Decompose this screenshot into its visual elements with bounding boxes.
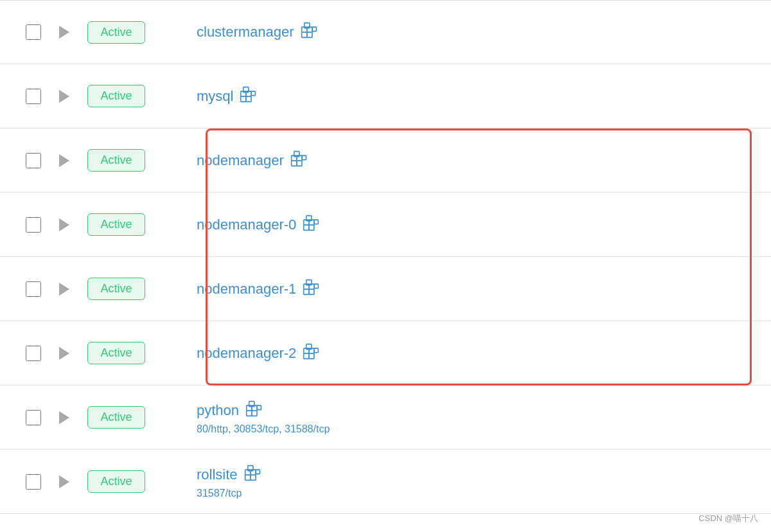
list-item: Active nodemanager-1 [0,257,771,321]
list-item: Active nodemanager [0,129,771,193]
svg-rect-39 [247,411,252,416]
cube-icon [244,465,261,485]
play-button[interactable] [59,154,69,167]
svg-rect-5 [312,27,317,31]
service-info: rollsite 31587/tcp [197,465,261,499]
status-badge: Active [87,470,145,493]
row-checkbox[interactable] [26,153,41,168]
cube-icon [290,150,307,171]
list-item: Active nodemanager-0 [0,193,771,257]
svg-rect-21 [304,225,309,230]
svg-rect-22 [309,225,314,230]
play-button[interactable] [59,475,69,488]
grouped-section: Active nodemanager Active [0,129,771,386]
status-badge: Active [87,21,145,44]
svg-rect-9 [241,96,246,102]
svg-rect-4 [306,32,312,37]
svg-rect-17 [302,155,306,160]
cube-icon [240,86,256,107]
service-info: mysql [197,86,256,107]
list-item: Active mysql [0,64,771,129]
play-button[interactable] [59,90,69,103]
svg-rect-47 [255,470,260,474]
list-item: Active rollsite 31587/tcp [0,450,771,514]
svg-rect-35 [314,348,319,353]
status-badge: Active [87,278,145,300]
status-badge: Active [87,85,145,107]
list-item: Active clustermanager [0,0,771,64]
row-checkbox[interactable] [26,89,41,104]
row-checkbox[interactable] [26,217,41,233]
status-badge: Active [87,406,145,429]
service-info: nodemanager-1 [197,279,319,299]
service-name: nodemanager [197,150,307,171]
status-badge: Active [87,342,145,364]
play-button[interactable] [59,347,69,360]
service-list: Active clustermanager Active [0,0,771,514]
svg-rect-33 [304,353,309,359]
svg-rect-3 [301,32,306,37]
cube-icon [303,343,319,364]
service-name: clustermanager [197,22,317,42]
service-name: nodemanager-2 [197,343,319,364]
service-name: nodemanager-1 [197,279,319,299]
svg-rect-15 [291,161,296,166]
service-info: nodemanager [197,150,307,171]
list-item: Active nodemanager-2 [0,321,771,386]
svg-rect-29 [314,284,319,288]
list-item: Active python 80/http, 30853/tcp, 31588/… [0,386,771,450]
row-checkbox[interactable] [26,24,41,40]
service-info: nodemanager-2 [197,343,319,364]
service-name: mysql [197,86,256,107]
svg-rect-11 [251,91,256,96]
play-button[interactable] [59,218,69,231]
svg-rect-40 [252,411,257,416]
row-checkbox[interactable] [26,346,41,361]
play-button[interactable] [59,26,69,39]
cube-icon [303,215,319,235]
svg-rect-27 [304,289,309,294]
play-button[interactable] [59,283,69,296]
service-info: clustermanager [197,22,317,42]
row-checkbox[interactable] [26,281,41,297]
row-checkbox[interactable] [26,410,41,425]
service-info: nodemanager-0 [197,215,319,235]
svg-rect-10 [246,96,251,102]
service-ports: 31587/tcp [197,488,261,499]
row-checkbox[interactable] [26,474,41,490]
svg-rect-23 [314,220,319,224]
svg-rect-45 [245,475,250,480]
cube-icon [303,279,319,299]
svg-rect-28 [309,289,314,294]
svg-rect-16 [297,161,302,166]
status-badge: Active [87,149,145,172]
service-name: python [197,400,330,421]
cube-icon [245,400,262,421]
svg-rect-41 [257,405,261,410]
status-badge: Active [87,213,145,236]
watermark: CSDN @喵十八 [698,513,758,524]
service-name: rollsite [197,465,261,485]
service-name: nodemanager-0 [197,215,319,235]
play-button[interactable] [59,411,69,424]
service-info: python 80/http, 30853/tcp, 31588/tcp [197,400,330,435]
svg-rect-46 [250,475,255,480]
svg-rect-34 [309,353,314,359]
cube-icon [301,22,317,42]
service-ports: 80/http, 30853/tcp, 31588/tcp [197,423,330,435]
